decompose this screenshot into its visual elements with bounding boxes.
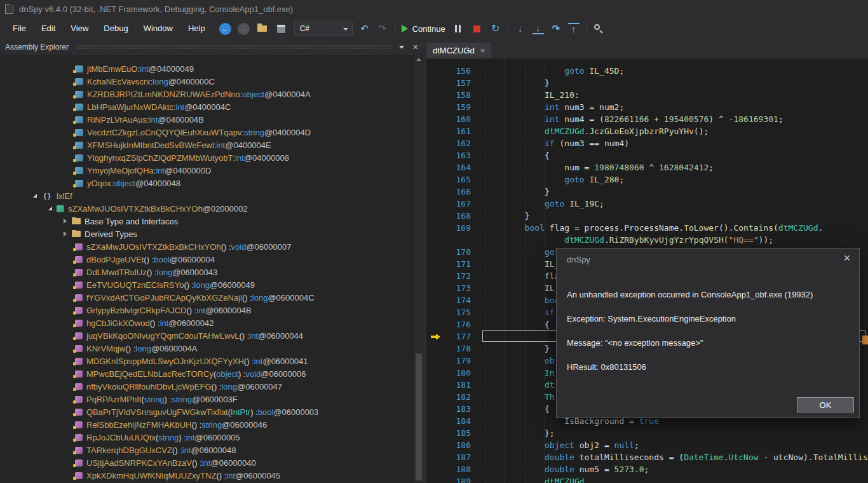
code-line[interactable]: 169bool flag = process.ProcessName.ToLow… (426, 222, 868, 234)
tree-method[interactable]: dBodPJgeUVEt() : bool @06000004 (0, 253, 414, 266)
tree-method[interactable]: PqRPAzrMPhIt(string) : string @0600003F (0, 393, 414, 405)
expander-open-icon[interactable] (48, 207, 52, 210)
code-line[interactable]: 187double totalMilliseconds = (DateTime.… (426, 451, 868, 463)
code-line[interactable]: 189dtMCZUGd. (426, 475, 868, 483)
tree-method[interactable]: MPwcBEjQedELNbLacRecTORCy(object) : void… (0, 367, 414, 380)
menu-item-help[interactable]: Help (180, 18, 213, 39)
tree-method[interactable]: RpJoJCbUuUUQtx(string) : int @06000005 (0, 431, 414, 444)
scrollbar-thumb[interactable] (416, 353, 422, 480)
code-line[interactable]: 163{ (426, 149, 868, 161)
method-icon (75, 269, 83, 276)
tree-field[interactable]: KZRDBJRPIZtLmNKDNZRUWAEzPdNno : object @… (0, 88, 414, 100)
tree-field[interactable]: RiNPzLVrAuAus : int @0400004B (0, 113, 414, 126)
language-combobox[interactable]: C# (294, 22, 353, 36)
tree-field[interactable]: YlqghynxqZSlpChZlQdPZMMbWutyobT : int @0… (0, 151, 414, 164)
code-line[interactable]: 185}; (426, 427, 868, 439)
assembly-explorer-header[interactable]: Assembly Explorer × (0, 39, 423, 55)
tree-method[interactable]: fYGVxdAtCTGoPJubRCApQyKbXGZeNajl() : lon… (0, 291, 414, 304)
menu-item-debug[interactable]: Debug (96, 18, 135, 39)
code-line[interactable]: 158IL_210: (426, 89, 868, 101)
tree-method[interactable]: KNrVMqjw() : long @0600004A (0, 342, 414, 355)
menu-item-file[interactable]: File (5, 18, 34, 39)
step-into-button[interactable]: ↓ (532, 23, 544, 34)
field-icon (75, 116, 83, 123)
tree-method[interactable]: hgCbJiGkXOwod() : int @06000042 (0, 316, 414, 329)
tree-method[interactable]: USjtjAadSNRPKCxYAnBzaV() : int @06000040 (0, 456, 414, 469)
code-line[interactable]: 156goto IL_45D; (426, 65, 868, 77)
redo-button[interactable]: ↷ (377, 22, 388, 35)
break-button[interactable] (452, 22, 465, 35)
stop-icon (473, 25, 480, 32)
undo-button[interactable]: ↶ (359, 22, 370, 35)
menu-item-view[interactable]: View (63, 18, 96, 39)
step-over-button[interactable]: ↷ (550, 22, 562, 35)
code-line[interactable]: 160int num4 = (822661166 + 195400576) ^ … (426, 113, 868, 125)
lock-icon (73, 375, 76, 378)
tree-method[interactable]: TARkerqhDBgGUxCVZ() : int @06000048 (0, 444, 414, 456)
nav-back-button[interactable]: ← (219, 23, 231, 35)
tree-field[interactable]: VecdztCZkgzLoCnQQYQlEuhXxuWTqapv : strin… (0, 126, 414, 139)
step-out-button[interactable]: ↑ (568, 23, 580, 34)
method-icon (75, 447, 83, 454)
panel-close-button[interactable]: × (413, 43, 418, 51)
lock-icon (73, 439, 76, 442)
tree-field[interactable]: yOqox : object @04000048 (0, 177, 414, 189)
dialog-close-button[interactable]: × (843, 252, 850, 265)
tree-method[interactable]: sZXaMwJUOsIVTXZtkBxBkCHxYOh() : void @06… (0, 240, 414, 253)
tree-method[interactable]: RelSbbEzehljNzFMHAKbUH() : string @06000… (0, 418, 414, 431)
stop-button[interactable] (471, 22, 484, 35)
tree-field[interactable]: jtMbEmwEuO : int @04000049 (0, 62, 414, 75)
panel-menu-caret-icon[interactable] (399, 46, 404, 49)
assembly-tree[interactable]: jtMbEmwEuO : int @04000049KchaNEcVavscrx… (0, 55, 414, 483)
save-button[interactable] (275, 22, 288, 35)
code-line[interactable]: 162if (num3 == num4) (426, 137, 868, 149)
code-line[interactable]: 186object obj2 = null; (426, 439, 868, 451)
tree-field[interactable]: LbHPsaWjurNxWDAktc : int @0400004C (0, 100, 414, 113)
expander-collapsed-icon[interactable] (64, 219, 67, 224)
tree-method[interactable]: EeTVUGUQTznEClsRSYo() : long @06000049 (0, 278, 414, 291)
tree-field[interactable]: YmyojMeOjofQHa : int @0400000D (0, 164, 414, 177)
scroll-up-icon[interactable] (416, 58, 421, 61)
nav-forward-button[interactable]: → (238, 23, 250, 35)
tree-method[interactable]: MDGKnISpsppMdLSwyOJnKjzUXQFYyXH() : int … (0, 355, 414, 367)
tree-scrollbar[interactable] (414, 55, 423, 483)
code-line[interactable]: 168} (426, 210, 868, 222)
code-line[interactable]: 167goto IL_19C; (426, 198, 868, 210)
expander-collapsed-icon[interactable] (64, 231, 67, 236)
code-line[interactable]: 159int num3 = num2; (426, 101, 868, 113)
code-line[interactable]: 164num = 1980748060 ^ 1628042412; (426, 161, 868, 173)
menu-item-window[interactable]: Window (136, 18, 180, 39)
tree-folder[interactable]: Derived Types (0, 228, 414, 240)
tree-method[interactable]: nfbyVkoiuQRllfouhlDbvLjcWpEFG() : long @… (0, 380, 414, 393)
search-icon[interactable] (593, 23, 604, 34)
tree-namespace[interactable]: { }lxlEf (0, 189, 414, 202)
continue-button[interactable]: Continue (402, 24, 445, 34)
tree-method[interactable]: GrlypyBzblvlgrCRkpFAJCD() : int @0600004… (0, 304, 414, 316)
expander-open-icon[interactable] (33, 194, 37, 198)
code-line[interactable]: 165goto IL_280; (426, 173, 868, 186)
tab-dtmczugd[interactable]: dtMCZUGd × (426, 43, 491, 58)
tree-class[interactable]: sZXaMwJUOsIVTXZtkBxBkCHxYOh @02000002 (0, 202, 414, 215)
tree-method[interactable]: DdLMwdTRulUz() : long @06000043 (0, 266, 414, 278)
show-next-statement-button[interactable]: ↓ (515, 22, 526, 35)
tree-field[interactable]: XFMSHujkInMIbntDedSvBWeFewl : int @04000… (0, 139, 414, 151)
lock-icon (73, 95, 76, 99)
tree-folder[interactable]: Base Type and Interfaces (0, 215, 414, 228)
ok-button[interactable]: OK (797, 397, 854, 412)
code-line[interactable]: 188double num5 = 5273.0; (426, 463, 868, 475)
restart-button[interactable]: ↻ (490, 22, 501, 35)
tree-field[interactable]: KchaNEcVavscrx : long @0400000C (0, 75, 414, 88)
code-line[interactable]: dtMCZUGd.RiZRBybKyvUjgYzrYpqQVSH("HQ==")… (426, 234, 868, 246)
toolbar-separator (395, 22, 395, 35)
code-line[interactable]: 166} (426, 186, 868, 198)
code-line[interactable]: 161dtMCZUGd.JczGLoEoXjpbzrRPyuYHv(); (426, 125, 868, 137)
tab-close-icon[interactable]: × (480, 46, 485, 55)
menu-item-edit[interactable]: Edit (34, 18, 63, 39)
tree-method[interactable]: QBaPrTjVIdVSnrsguvUgFWGkwTixflat(IntPtr)… (0, 405, 414, 418)
tree-method[interactable]: juqVBkKqoONlvugYQqmCdouTAHwLwvL() : int … (0, 329, 414, 342)
code-line[interactable]: 157} (426, 77, 868, 89)
field-icon (75, 129, 83, 136)
lock-icon (73, 146, 76, 149)
tree-method[interactable]: XpkXDkmHqUWfKNIqMUUZxyTNZ() : int @06000… (0, 469, 414, 482)
open-button[interactable] (256, 22, 269, 35)
